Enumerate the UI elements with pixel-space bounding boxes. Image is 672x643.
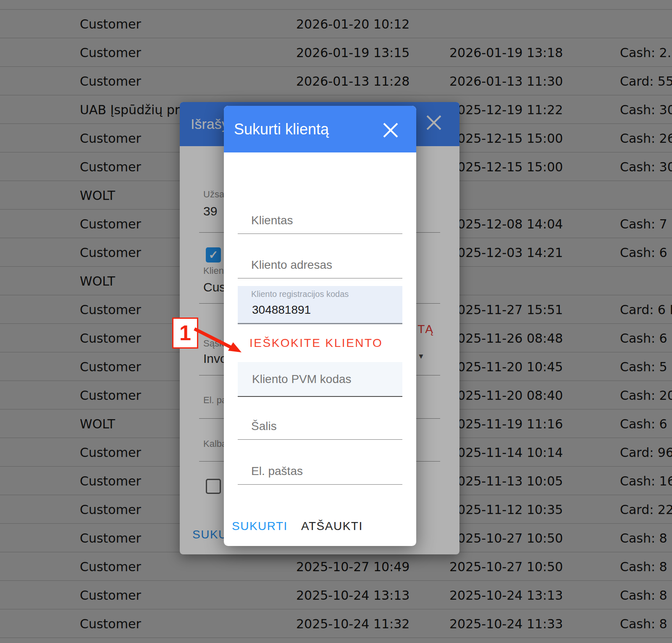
client-vat-code-field [238, 362, 402, 397]
search-client-link[interactable]: IEŠKOKITE KLIENTO [249, 336, 383, 350]
client-reg-code-label: Kliento registracijos kodas [251, 289, 349, 299]
cancel-button[interactable]: ATŠAUKTI [300, 515, 364, 537]
pos-backoffice-screen: Customer 2026-01-20 10:12 Customer 2026-… [0, 0, 672, 643]
country-input[interactable] [238, 413, 402, 440]
create-client-modal-title: Sukurti klientą [224, 121, 329, 138]
close-icon[interactable] [381, 121, 400, 139]
create-client-modal: Sukurti klientą Kliento registracijos ko… [224, 106, 416, 546]
client-reg-code-field: Kliento registracijos kodas [238, 286, 402, 324]
create-client-modal-body: Kliento registracijos kodas IEŠKOKITE KL… [224, 152, 416, 546]
create-button[interactable]: SUKURTI [231, 515, 289, 537]
client-reg-code-input[interactable] [251, 303, 396, 317]
client-name-input[interactable] [238, 207, 402, 234]
client-address-input[interactable] [238, 252, 402, 278]
email-input[interactable] [238, 458, 402, 485]
client-vat-code-input[interactable] [251, 372, 396, 386]
create-client-modal-header: Sukurti klientą [224, 106, 416, 152]
modal-actions: SUKURTI ATŠAUKTI [231, 515, 364, 537]
